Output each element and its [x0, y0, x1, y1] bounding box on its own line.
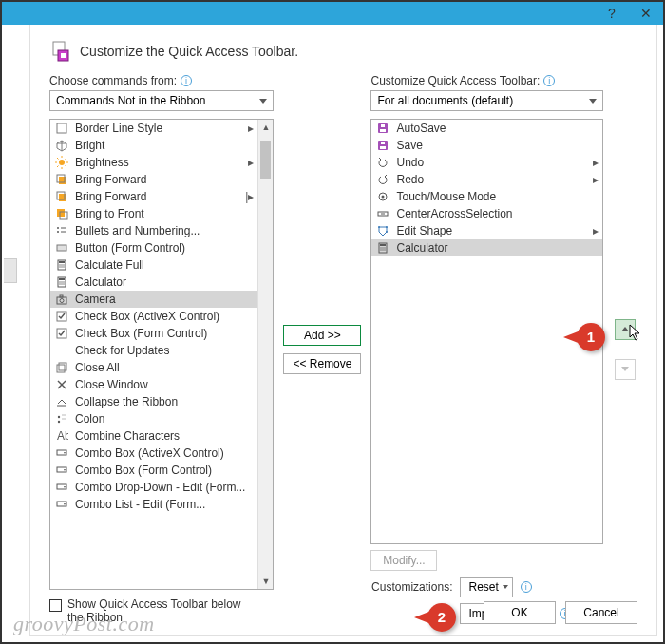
svg-line-11 [57, 166, 59, 168]
list-item[interactable]: Redo▸ [371, 171, 601, 188]
camera-icon [54, 292, 69, 307]
info-icon[interactable]: i [180, 75, 192, 86]
svg-rect-3 [57, 123, 66, 133]
scrollbar[interactable]: ▲ ▼ [257, 120, 273, 589]
item-label: Edit Shape [396, 224, 586, 237]
list-item[interactable]: Check for Updates [50, 342, 257, 359]
commands-listbox[interactable]: Border Line Style▸BrightBrightness▸Bring… [49, 119, 274, 590]
list-item[interactable]: Colon [50, 410, 257, 427]
options-tab-edge[interactable] [4, 258, 17, 283]
help-button[interactable]: ? [595, 2, 629, 25]
svg-rect-64 [381, 142, 385, 144]
submenu-indicator-icon: ▸ [593, 224, 598, 237]
chevron-down-icon [621, 367, 629, 371]
item-label: Calculator [75, 275, 254, 289]
list-item[interactable]: Close Window [50, 376, 257, 393]
svg-point-50 [58, 416, 60, 418]
list-item[interactable]: Check Box (ActiveX Control) [50, 308, 257, 325]
submenu-indicator-icon: |▸ [245, 190, 254, 203]
svg-line-12 [66, 158, 67, 160]
svg-point-34 [59, 281, 60, 282]
list-item[interactable]: Camera [50, 291, 257, 308]
annotation-2: 2 [428, 603, 456, 632]
info-icon[interactable]: i [543, 75, 555, 86]
list-item[interactable]: Calculate Full [50, 256, 257, 274]
add-button[interactable]: Add >> [283, 325, 361, 346]
list-item[interactable]: AbCombine Characters [50, 427, 257, 445]
scope-select[interactable]: For all documents (default) [370, 90, 602, 111]
item-label: Colon [75, 412, 254, 426]
list-item[interactable]: Close All [50, 359, 257, 376]
list-item[interactable]: AutoSave [371, 120, 601, 137]
list-item[interactable]: Combo Box (ActiveX Control) [50, 445, 257, 462]
item-label: Bright [75, 139, 254, 152]
list-item[interactable]: Bring Forward [50, 171, 257, 188]
submenu-indicator-icon: ▸ [248, 122, 254, 135]
btn-icon [54, 240, 69, 256]
scroll-down-icon[interactable]: ▼ [258, 574, 273, 589]
item-label: Undo [396, 156, 586, 169]
remove-button[interactable]: << Remove [283, 353, 361, 374]
sun-icon [54, 155, 69, 170]
list-item[interactable]: Check Box (Form Control) [50, 325, 257, 342]
list-item[interactable]: Combo Box (Form Control) [50, 462, 257, 479]
list-item[interactable]: Brightness▸ [50, 154, 257, 171]
list-item[interactable]: Edit Shape▸ [371, 222, 601, 239]
choose-commands-select[interactable]: Commands Not in the Ribbon [49, 90, 274, 111]
list-item[interactable]: Bullets and Numbering... [50, 222, 257, 239]
combo-icon [54, 497, 69, 512]
svg-line-9 [57, 158, 59, 160]
ok-button[interactable]: OK [484, 601, 556, 624]
list-item[interactable]: Collapse the Ribbon [50, 393, 257, 410]
list-item[interactable]: Button (Form Control) [50, 239, 257, 256]
cancel-button[interactable]: Cancel [565, 601, 637, 624]
svg-rect-2 [61, 53, 66, 58]
list-item[interactable]: Combo List - Edit (Form... [50, 496, 257, 513]
list-item[interactable]: Calculator [371, 239, 601, 256]
choose-commands-label: Choose commands from:i [49, 74, 274, 87]
svg-rect-60 [380, 129, 386, 132]
item-label: Combo Box (Form Control) [75, 464, 254, 477]
combo-icon [54, 445, 69, 461]
edit-icon [375, 223, 390, 238]
svg-point-38 [61, 283, 62, 284]
svg-line-10 [66, 166, 67, 168]
item-label: Check Box (Form Control) [75, 327, 254, 340]
list-item[interactable]: Bring Forward|▸ [50, 188, 257, 205]
scroll-thumb[interactable] [260, 141, 271, 179]
item-label: CenterAcrossSelection [396, 207, 598, 220]
svg-point-19 [57, 227, 59, 229]
list-item[interactable]: Bright [50, 137, 257, 154]
svg-rect-13 [59, 177, 66, 184]
undo-icon [375, 155, 390, 170]
scroll-up-icon[interactable]: ▲ [258, 120, 273, 135]
show-below-checkbox[interactable] [49, 599, 62, 612]
combo-icon [54, 463, 69, 478]
move-up-button[interactable] [615, 319, 636, 340]
calc-icon [375, 240, 390, 256]
list-item[interactable]: Save [371, 137, 601, 154]
close-button[interactable]: ✕ [629, 2, 663, 25]
list-item[interactable]: Calculator [50, 274, 257, 291]
reset-button[interactable]: Reset [460, 577, 512, 597]
modify-button: Modify... [370, 550, 437, 571]
svg-point-29 [59, 266, 60, 267]
svg-point-75 [383, 247, 384, 248]
info-icon[interactable]: i [521, 581, 532, 593]
item-label: Calculate Full [75, 258, 254, 272]
list-item[interactable]: Border Line Style▸ [50, 120, 257, 137]
item-label: AutoSave [396, 122, 598, 135]
list-item[interactable]: Touch/Mouse Mode [371, 188, 601, 205]
move-down-button[interactable] [615, 359, 636, 380]
item-label: Bring Forward [75, 173, 254, 186]
list-item[interactable]: CenterAcrossSelection [371, 205, 601, 222]
svg-point-79 [385, 249, 386, 250]
list-item[interactable]: Undo▸ [371, 154, 601, 171]
fwd-icon [54, 172, 69, 187]
cube-icon [54, 138, 69, 153]
list-item[interactable]: Bring to Front [50, 205, 257, 222]
titlebar: ? ✕ [2, 2, 663, 25]
bullets-icon [54, 223, 69, 238]
svg-point-42 [60, 299, 64, 303]
list-item[interactable]: Combo Drop-Down - Edit (Form... [50, 479, 257, 496]
